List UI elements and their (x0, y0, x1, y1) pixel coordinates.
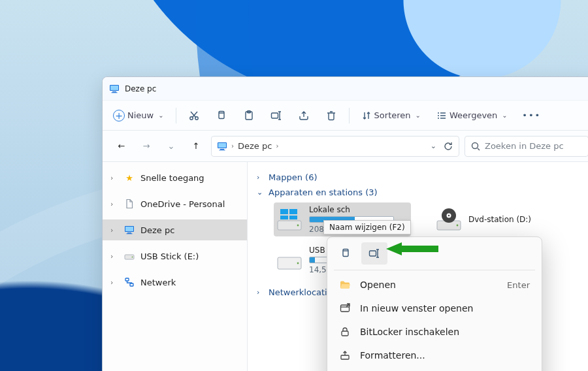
svg-rect-36 (343, 250, 348, 257)
plus-icon: + (113, 110, 125, 121)
svg-rect-37 (370, 251, 376, 256)
search-placeholder: Zoeken in Deze pc (485, 141, 564, 151)
new-window-icon (339, 302, 351, 314)
breadcrumb-thispc[interactable]: Deze pc (238, 141, 272, 151)
separator (349, 108, 350, 123)
svg-rect-9 (271, 113, 278, 118)
svg-rect-22 (130, 283, 133, 286)
sidebar-item-this-pc[interactable]: › Deze pc (103, 219, 247, 240)
chevron-right-icon: › (231, 142, 234, 150)
svg-point-30 (457, 225, 459, 227)
svg-rect-13 (220, 150, 225, 150)
chevron-right-icon: › (276, 142, 278, 150)
dvd-drive-icon (436, 206, 462, 233)
sidebar-item-label: Netwerk (140, 278, 176, 287)
drive-dvd-d[interactable]: Dvd-station (D:) (433, 202, 570, 236)
this-pc-icon (123, 225, 135, 235)
more-button[interactable]: ••• (517, 105, 547, 127)
chevron-right-icon: › (110, 174, 118, 182)
clipboard-icon (243, 110, 255, 121)
tooltip-text: Naam wijzigen (F2) (329, 223, 405, 232)
this-pc-icon (217, 141, 227, 152)
ctx-label: Openen (360, 280, 396, 290)
folder-open-icon (339, 279, 351, 291)
copy-icon (216, 110, 227, 121)
ctx-label: BitLocker inschakelen (360, 327, 459, 337)
lock-icon (339, 326, 351, 338)
drive-name: Lokale sch (309, 204, 394, 215)
svg-point-20 (132, 257, 133, 258)
ctx-open-new-window[interactable]: In nieuw venster openen (331, 297, 538, 320)
trash-icon (325, 110, 337, 121)
chevron-right-icon: › (110, 200, 118, 208)
svg-rect-39 (342, 331, 348, 336)
address-bar[interactable]: › Deze pc › ⌄ (211, 136, 459, 157)
svg-rect-21 (125, 278, 129, 281)
command-bar: + Nieuw ⌄ (103, 101, 588, 131)
chevron-down-icon: ⌄ (168, 141, 175, 151)
share-icon (298, 110, 310, 121)
ctx-rename-button[interactable] (361, 242, 387, 265)
ctx-pin-quick-access[interactable]: Aan Snelle toegang vastmaken (331, 367, 538, 371)
view-button[interactable]: Weergeven ⌄ (430, 105, 514, 127)
chevron-right-icon: › (110, 278, 118, 287)
sort-icon (361, 110, 372, 121)
arrow-up-icon: ↑ (193, 141, 200, 151)
scissors-icon (188, 110, 200, 121)
delete-button[interactable] (319, 105, 344, 127)
section-folders[interactable]: › Mappen (6) (257, 172, 588, 182)
drive-name: Dvd-station (D:) (468, 214, 531, 225)
ctx-format[interactable]: Formatteren... (331, 344, 538, 367)
this-pc-icon (109, 84, 120, 94)
drive-icon (123, 251, 135, 261)
section-devices[interactable]: ⌄ Apparaten en stations (3) (257, 187, 588, 197)
ctx-open[interactable]: Openen Enter (331, 273, 538, 297)
svg-rect-6 (219, 111, 224, 118)
chevron-right-icon: › (110, 226, 118, 234)
drive-icon (276, 247, 302, 273)
share-button[interactable] (291, 105, 316, 127)
back-button[interactable]: ← (112, 137, 131, 156)
svg-rect-11 (218, 143, 226, 148)
paste-button[interactable] (237, 105, 261, 127)
sidebar-item-onedrive[interactable]: › OneDrive - Personal (103, 193, 247, 214)
sidebar-item-network[interactable]: › Netwerk (103, 272, 247, 293)
window-title: Deze pc (125, 84, 156, 93)
separator (334, 270, 535, 270)
sidebar-item-quick-access[interactable]: › ★ Snelle toegang (103, 167, 247, 188)
view-button-label: Weergeven (449, 110, 497, 120)
recent-locations-button[interactable]: ⌄ (161, 137, 181, 156)
cut-button[interactable] (182, 105, 206, 127)
copy-button[interactable] (209, 105, 234, 127)
view-icon (436, 110, 447, 121)
copy-icon (340, 248, 351, 259)
svg-rect-28 (289, 216, 297, 219)
ctx-label: In nieuw venster openen (360, 303, 473, 314)
search-icon (470, 141, 481, 152)
chevron-down-icon[interactable]: ⌄ (431, 142, 436, 150)
refresh-icon[interactable] (443, 141, 453, 152)
ctx-bitlocker[interactable]: BitLocker inschakelen (331, 320, 538, 344)
rename-button[interactable] (264, 105, 289, 127)
svg-rect-40 (341, 355, 349, 359)
up-button[interactable]: ↑ (186, 137, 206, 156)
separator (176, 108, 176, 123)
sidebar-item-label: USB Stick (E:) (140, 251, 199, 261)
chevron-down-icon: ⌄ (416, 112, 421, 119)
svg-rect-2 (112, 91, 116, 92)
ctx-copy-button[interactable] (333, 242, 359, 265)
sort-button[interactable]: Sorteren ⌄ (355, 105, 427, 127)
svg-rect-12 (220, 149, 224, 150)
chevron-right-icon: › (257, 173, 265, 182)
new-button[interactable]: + Nieuw ⌄ (106, 105, 171, 127)
arrow-right-icon: → (143, 141, 150, 151)
sidebar-item-usb[interactable]: › USB Stick (E:) (103, 246, 247, 266)
section-label: Apparaten en stations (3) (269, 187, 378, 197)
format-icon (339, 349, 351, 361)
ctx-accelerator: Enter (507, 280, 530, 290)
search-box[interactable]: Zoeken in Deze pc (465, 136, 588, 157)
svg-point-35 (297, 263, 299, 265)
forward-button[interactable]: → (137, 137, 156, 156)
svg-rect-25 (280, 209, 288, 214)
ctx-label: Formatteren... (360, 350, 425, 361)
